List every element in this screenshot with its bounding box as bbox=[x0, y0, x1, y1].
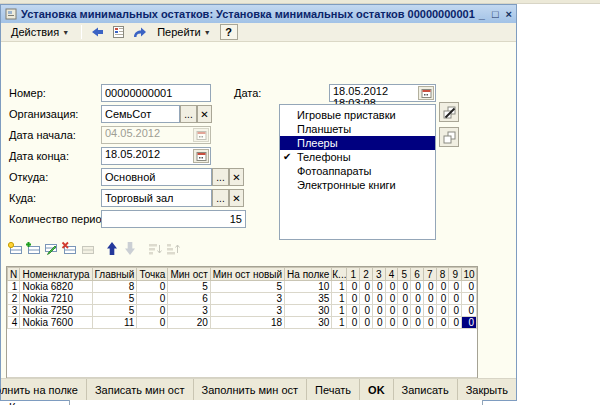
add-row-icon[interactable] bbox=[6, 241, 23, 257]
table-cell[interactable]: 3 bbox=[168, 305, 210, 317]
table-cell[interactable]: 0 bbox=[423, 305, 436, 317]
column-header[interactable]: Мин ост новый bbox=[210, 268, 284, 281]
table-cell[interactable]: 1 bbox=[8, 281, 20, 293]
sort-asc-icon[interactable] bbox=[146, 241, 163, 257]
minimize-button[interactable]: _ bbox=[479, 7, 485, 21]
footer-button[interactable]: Заполнить мин ост bbox=[193, 379, 307, 400]
table-cell[interactable]: 0 bbox=[137, 293, 168, 305]
table-cell[interactable]: 0 bbox=[360, 305, 373, 317]
table-cell[interactable]: 0 bbox=[462, 281, 477, 293]
table-cell[interactable]: 11 bbox=[92, 317, 137, 329]
category-item[interactable]: Фотоаппараты bbox=[280, 164, 435, 178]
column-header[interactable]: 9 bbox=[449, 268, 462, 281]
table-cell[interactable]: 0 bbox=[372, 281, 385, 293]
table-cell[interactable]: 0 bbox=[385, 317, 398, 329]
to-input[interactable] bbox=[101, 189, 212, 207]
footer-button[interactable]: Закрыть bbox=[457, 379, 516, 400]
maximize-button[interactable]: □ bbox=[492, 7, 499, 21]
table-cell[interactable]: 3 bbox=[210, 305, 284, 317]
table-cell[interactable]: 0 bbox=[411, 293, 424, 305]
table-cell[interactable]: 0 bbox=[137, 305, 168, 317]
table-cell[interactable]: 0 bbox=[411, 305, 424, 317]
table-cell[interactable]: 30 bbox=[285, 305, 332, 317]
table-cell[interactable]: 10 bbox=[285, 281, 332, 293]
table-cell[interactable]: 0 bbox=[398, 305, 411, 317]
delete-row-icon[interactable] bbox=[60, 241, 77, 257]
footer-button[interactable]: Записать мин ост bbox=[86, 379, 193, 400]
table-cell[interactable]: 5 bbox=[92, 293, 137, 305]
table-cell[interactable]: 30 bbox=[285, 317, 332, 329]
category-item[interactable]: Электронные книги bbox=[280, 178, 435, 192]
table-cell[interactable]: 1 bbox=[332, 281, 347, 293]
table-cell[interactable]: Nokia 6820 bbox=[20, 281, 92, 293]
table-cell[interactable]: Nokia 7210 bbox=[20, 293, 92, 305]
column-header[interactable]: Точка bbox=[137, 268, 168, 281]
table-cell[interactable]: 0 bbox=[398, 281, 411, 293]
table-cell[interactable]: 5 bbox=[168, 281, 210, 293]
column-header[interactable]: 1 bbox=[347, 268, 360, 281]
table-cell[interactable]: 0 bbox=[423, 281, 436, 293]
back-button[interactable] bbox=[88, 24, 106, 40]
copy-row-icon[interactable] bbox=[78, 241, 95, 257]
table-cell[interactable]: 0 bbox=[449, 281, 462, 293]
table-cell[interactable]: 2 bbox=[8, 293, 20, 305]
table-cell[interactable]: 0 bbox=[347, 305, 360, 317]
table-cell[interactable]: 0 bbox=[360, 281, 373, 293]
footer-button[interactable]: Печать bbox=[306, 379, 359, 400]
column-header[interactable]: N bbox=[8, 268, 20, 281]
journal-button[interactable] bbox=[109, 24, 127, 40]
category-item[interactable]: Планшеты bbox=[280, 122, 435, 136]
column-header[interactable]: На полке bbox=[285, 268, 332, 281]
forward-button[interactable] bbox=[130, 24, 148, 40]
table-cell[interactable]: 1 bbox=[332, 317, 347, 329]
org-clear-button[interactable]: ✕ bbox=[197, 105, 212, 123]
column-header[interactable]: 6 bbox=[411, 268, 424, 281]
nomer-input[interactable] bbox=[101, 84, 211, 102]
column-header[interactable]: 7 bbox=[423, 268, 436, 281]
table-cell[interactable]: 0 bbox=[347, 317, 360, 329]
table-cell[interactable]: 0 bbox=[436, 317, 449, 329]
table-cell[interactable]: 18 bbox=[210, 317, 284, 329]
items-table[interactable]: NНоменклатураГлавныйТочкаМин остМин ост … bbox=[6, 266, 478, 390]
date-input[interactable]: 18.05.2012 18:03:08 bbox=[329, 84, 436, 102]
add-copy-row-icon[interactable] bbox=[24, 241, 41, 257]
table-cell[interactable]: 0 bbox=[385, 293, 398, 305]
table-cell[interactable]: 0 bbox=[347, 281, 360, 293]
go-button[interactable]: Перейти ▼ bbox=[151, 24, 217, 40]
periods-input[interactable] bbox=[101, 210, 246, 228]
footer-button[interactable]: Записать bbox=[393, 379, 457, 400]
table-cell[interactable]: Nokia 7600 bbox=[20, 317, 92, 329]
table-cell[interactable]: 5 bbox=[92, 305, 137, 317]
table-cell[interactable]: 0 bbox=[360, 293, 373, 305]
table-cell[interactable]: 0 bbox=[398, 293, 411, 305]
column-header[interactable]: 3 bbox=[372, 268, 385, 281]
table-cell[interactable]: 0 bbox=[449, 317, 462, 329]
table-cell[interactable]: 0 bbox=[462, 317, 477, 329]
edit-row-icon[interactable] bbox=[42, 241, 59, 257]
date-end-input[interactable]: 18.05.2012 bbox=[101, 147, 211, 165]
table-cell[interactable]: 0 bbox=[423, 317, 436, 329]
table-cell[interactable]: 0 bbox=[411, 317, 424, 329]
table-cell[interactable]: 0 bbox=[462, 305, 477, 317]
ok-button[interactable]: OK bbox=[359, 379, 393, 400]
table-cell[interactable]: 8 bbox=[92, 281, 137, 293]
table-cell[interactable]: Nokia 7250 bbox=[20, 305, 92, 317]
table-row[interactable]: 2Nokia 721050633510000000000 bbox=[8, 293, 477, 305]
table-cell[interactable]: 0 bbox=[385, 281, 398, 293]
table-cell[interactable]: 0 bbox=[449, 305, 462, 317]
from-input[interactable] bbox=[101, 168, 212, 186]
column-header[interactable]: 2 bbox=[360, 268, 373, 281]
org-input[interactable] bbox=[101, 105, 180, 123]
table-cell[interactable]: 0 bbox=[436, 281, 449, 293]
table-cell[interactable]: 6 bbox=[168, 293, 210, 305]
column-header[interactable]: Номенклатура bbox=[20, 268, 92, 281]
from-select-button[interactable]: ... bbox=[212, 168, 229, 186]
actions-button[interactable]: Действия ▼ bbox=[5, 24, 75, 40]
table-cell[interactable]: 1 bbox=[332, 305, 347, 317]
table-cell[interactable]: 0 bbox=[462, 293, 477, 305]
category-item[interactable]: ✔Телефоны bbox=[280, 150, 435, 164]
sort-desc-icon[interactable] bbox=[164, 241, 181, 257]
table-cell[interactable]: 0 bbox=[372, 305, 385, 317]
table-cell[interactable]: 0 bbox=[398, 317, 411, 329]
table-cell[interactable]: 0 bbox=[347, 293, 360, 305]
